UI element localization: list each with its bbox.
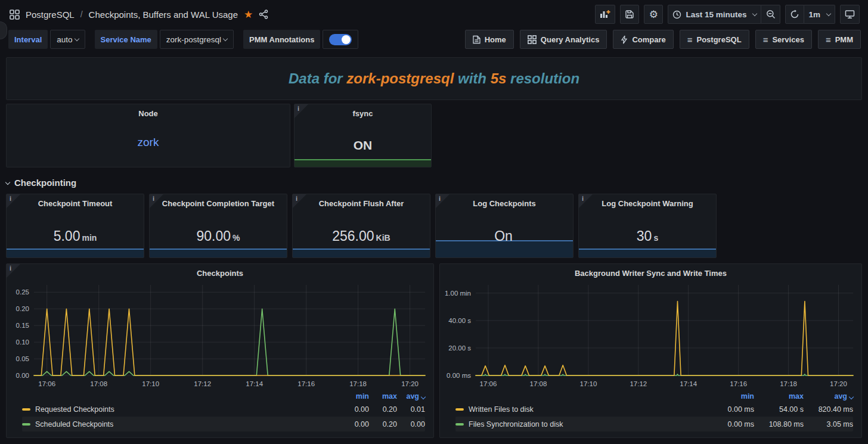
interval-variable-label: Interval: [8, 30, 48, 49]
panel-title[interactable]: fsync: [294, 104, 431, 118]
document-icon: [473, 35, 480, 44]
interval-variable-select[interactable]: auto: [50, 30, 85, 49]
kiosk-mode-button[interactable]: [840, 5, 860, 24]
resolution-banner-text: Data for zork-postgresql with 5s resolut…: [289, 70, 579, 87]
legend-value-min: 0.00 ms: [714, 420, 754, 429]
save-dashboard-button[interactable]: [620, 5, 639, 24]
panel-info-icon[interactable]: i: [293, 194, 306, 208]
legend-value-min: 0.00 ms: [714, 405, 754, 414]
legend-sort-header-min[interactable]: min: [714, 392, 754, 400]
panel-info-icon[interactable]: i: [7, 194, 20, 208]
chart-title[interactable]: Background Writer Sync and Write Times: [440, 264, 861, 278]
node-value-link[interactable]: zork: [7, 136, 290, 149]
stat-panel-checkpoint-completion-target: i Checkpoint Completion Target 90.00%: [149, 194, 287, 258]
series-color-swatch[interactable]: [22, 408, 30, 411]
svg-text:17:20: 17:20: [830, 380, 847, 387]
checkpoints-chart-canvas[interactable]: 0.000.050.100.150.200.2517:0617:0817:101…: [7, 279, 433, 391]
panel-info-icon[interactable]: i: [579, 194, 593, 208]
banner-service-name: zork-postgresql: [346, 70, 454, 86]
panel-info-icon[interactable]: i: [436, 194, 450, 208]
legend-sort-header-max[interactable]: max: [369, 392, 397, 400]
stat-value: 5.00: [54, 228, 80, 244]
series-color-swatch[interactable]: [455, 408, 464, 411]
panel-title[interactable]: Checkpoint Timeout: [7, 194, 144, 208]
legend-sort-header-min[interactable]: min: [341, 392, 369, 400]
panel-title[interactable]: Log Checkpoints: [436, 194, 573, 208]
panel-title[interactable]: Checkpoint Completion Target: [150, 194, 287, 208]
stat-value: On: [494, 228, 513, 244]
legend-row[interactable]: Scheduled Checkpoints0.000.200.00: [22, 417, 425, 431]
nav-button-query-analytics[interactable]: Query Analytics: [520, 30, 607, 49]
clock-icon: [672, 10, 681, 19]
nav-button-pmm[interactable]: ≡ PMM: [818, 30, 861, 49]
menu-icon: ≡: [687, 35, 693, 44]
legend-value-max: 0.20: [369, 405, 397, 414]
favorite-star-icon[interactable]: ★: [244, 10, 253, 20]
nav-button-label: Compare: [632, 35, 665, 44]
svg-text:0.15: 0.15: [16, 322, 29, 329]
legend-sort-header-max[interactable]: max: [754, 392, 804, 400]
stat-panel-log-checkpoints: i Log Checkpoints On: [435, 194, 574, 258]
dashboard-settings-button[interactable]: ⚙: [644, 5, 663, 24]
legend-rows: Requested Checkpoints0.000.200.01Schedul…: [22, 402, 425, 431]
chevron-down-icon: [752, 11, 757, 15]
panel-title[interactable]: Checkpoint Flush After: [293, 194, 430, 208]
grid-icon: [528, 35, 537, 44]
svg-text:0.25: 0.25: [16, 288, 29, 296]
dashboards-grid-icon[interactable]: [10, 10, 20, 20]
nav-button-postgresql[interactable]: ≡ PostgreSQL: [680, 30, 749, 49]
section-header-checkpointing[interactable]: Checkpointing: [6, 176, 862, 189]
nav-button-compare[interactable]: Compare: [613, 30, 673, 49]
zoom-out-button[interactable]: [761, 5, 780, 24]
legend-row[interactable]: Files Synchronization to disk0.00 ms108.…: [455, 417, 853, 431]
svg-text:17:06: 17:06: [38, 380, 55, 387]
legend-header: minmaxavg: [22, 391, 425, 402]
panel-title[interactable]: Node: [7, 104, 290, 118]
series-color-swatch[interactable]: [22, 423, 30, 426]
panel-info-icon[interactable]: i: [150, 194, 163, 208]
svg-text:17:10: 17:10: [142, 380, 159, 387]
fsync-status-bar: [294, 159, 431, 167]
add-panel-button[interactable]: [595, 5, 615, 24]
panel-title[interactable]: Log Checkpoint Warning: [579, 194, 716, 208]
chevron-down-icon: [5, 180, 10, 185]
nav-button-home[interactable]: Home: [465, 30, 514, 49]
sort-chevron-icon: [421, 395, 426, 399]
nav-button-label: Query Analytics: [541, 35, 600, 44]
share-icon[interactable]: [259, 10, 268, 19]
nav-button-label: Services: [772, 35, 804, 44]
nav-button-services[interactable]: ≡ Services: [755, 30, 812, 49]
legend-rows: Written Files to disk0.00 ms54.00 s820.4…: [455, 402, 853, 431]
banner-resolution-value: 5s: [491, 70, 507, 86]
gear-icon: ⚙: [649, 10, 658, 20]
svg-text:17:18: 17:18: [349, 380, 367, 387]
pmm-annotations-toggle[interactable]: [329, 34, 352, 45]
breadcrumb-folder[interactable]: PostgreSQL: [26, 10, 75, 20]
fsync-value: ON: [294, 138, 431, 153]
nav-button-label: Home: [485, 35, 506, 44]
sort-chevron-icon: [849, 395, 854, 399]
legend-value-avg: 820.40 ms: [804, 405, 853, 414]
svg-text:17:14: 17:14: [246, 380, 263, 387]
legend-sort-header-avg[interactable]: avg: [804, 392, 853, 400]
dashboard-title[interactable]: Checkpoints, Buffers and WAL Usage: [89, 10, 238, 20]
bgwriter-chart-canvas[interactable]: 0.00 ms20.00 s40.00 s1.00 min17:0617:081…: [440, 279, 861, 391]
legend-sort-header-avg[interactable]: avg: [397, 392, 425, 400]
chart-title[interactable]: Checkpoints: [7, 264, 433, 278]
panel-info-icon[interactable]: i: [7, 264, 20, 278]
panel-info-icon[interactable]: i: [294, 104, 308, 118]
resolution-banner-panel: Data for zork-postgresql with 5s resolut…: [6, 57, 862, 100]
legend-row[interactable]: Written Files to disk0.00 ms54.00 s820.4…: [455, 402, 853, 417]
svg-text:17:06: 17:06: [480, 380, 497, 387]
svg-text:17:16: 17:16: [297, 380, 315, 387]
svg-text:17:12: 17:12: [630, 380, 647, 387]
legend-row[interactable]: Requested Checkpoints0.000.200.01: [22, 402, 425, 417]
refresh-interval-picker[interactable]: 1m: [804, 5, 835, 24]
refresh-button[interactable]: [785, 5, 804, 24]
series-color-swatch[interactable]: [455, 423, 464, 426]
nav-button-label: PMM: [835, 35, 853, 44]
banner-text-segment: Data for: [289, 70, 346, 86]
time-range-picker[interactable]: Last 15 minutes: [668, 5, 761, 24]
service-name-variable-select[interactable]: zork-postgresql: [160, 30, 234, 49]
chevron-down-icon: [74, 36, 79, 41]
